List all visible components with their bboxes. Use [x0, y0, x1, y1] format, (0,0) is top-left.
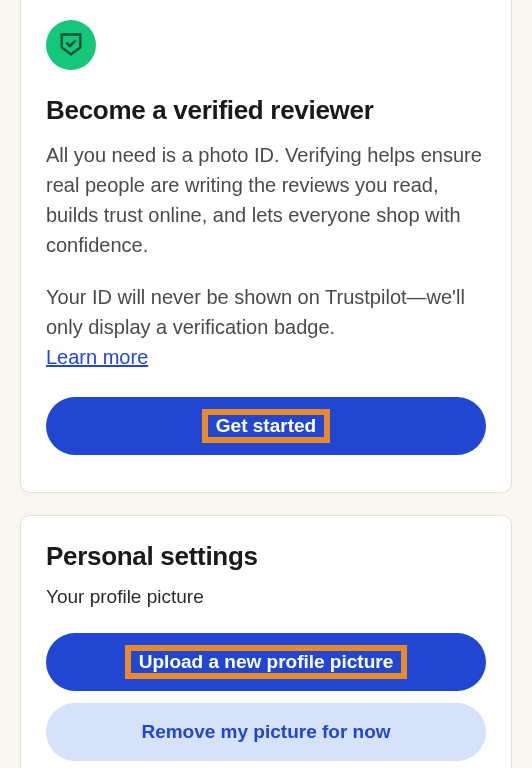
- highlight-annotation: Upload a new profile picture: [125, 645, 407, 679]
- personal-card-subtitle: Your profile picture: [46, 586, 486, 608]
- upload-button-label: Upload a new profile picture: [139, 651, 393, 673]
- verified-card-note: Your ID will never be shown on Trustpilo…: [46, 282, 486, 342]
- get-started-button-label: Get started: [216, 415, 316, 437]
- personal-card-title: Personal settings: [46, 541, 486, 572]
- personal-settings-card: Personal settings Your profile picture U…: [20, 515, 512, 768]
- verified-reviewer-card: Become a verified reviewer All you need …: [20, 0, 512, 493]
- learn-more-link[interactable]: Learn more: [46, 346, 148, 369]
- highlight-annotation: Get started: [202, 409, 330, 443]
- remove-picture-button[interactable]: Remove my picture for now: [46, 703, 486, 761]
- verified-card-title: Become a verified reviewer: [46, 95, 486, 126]
- upload-picture-button[interactable]: Upload a new profile picture: [46, 633, 486, 691]
- verified-card-description: All you need is a photo ID. Verifying he…: [46, 140, 486, 260]
- remove-button-label: Remove my picture for now: [141, 721, 390, 743]
- verified-badge-icon: [46, 20, 96, 70]
- get-started-button[interactable]: Get started: [46, 397, 486, 455]
